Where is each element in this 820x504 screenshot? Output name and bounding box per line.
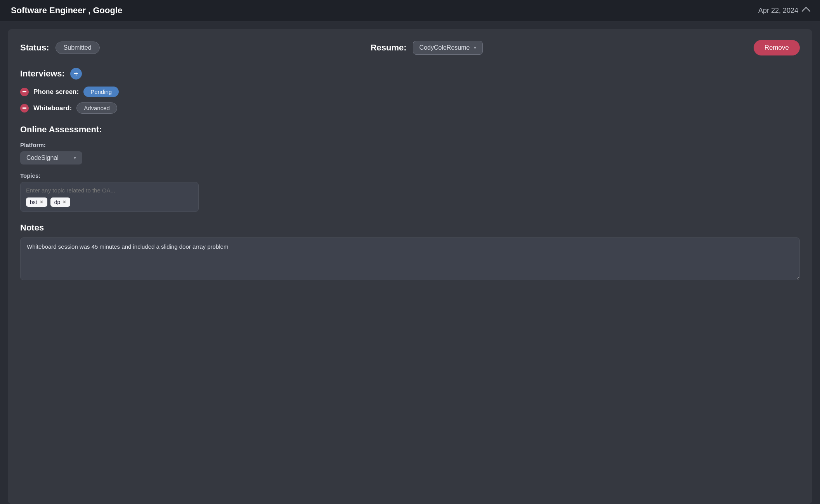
- resume-label: Resume:: [371, 43, 407, 53]
- interviews-section: Interviews: + Phone screen: Pending Whit…: [20, 68, 800, 114]
- add-interview-button[interactable]: +: [70, 68, 82, 80]
- platform-selected: CodeSignal: [26, 154, 59, 161]
- notes-textarea[interactable]: [20, 237, 800, 280]
- resume-dropdown[interactable]: CodyColeResume ▾: [413, 41, 483, 55]
- interview-item-phone: Phone screen: Pending: [20, 87, 800, 97]
- interview-phone-label: Phone screen:: [33, 88, 79, 96]
- resume-section: Resume: CodyColeResume ▾: [371, 41, 483, 55]
- chevron-up-icon[interactable]: [802, 7, 811, 16]
- app-title: Software Engineer , Google: [11, 5, 122, 16]
- notes-section: Notes: [20, 223, 800, 282]
- platform-dropdown[interactable]: CodeSignal ▾: [20, 151, 82, 165]
- platform-chevron-icon: ▾: [74, 155, 76, 161]
- status-group: Status: Submitted: [20, 42, 100, 54]
- remove-button[interactable]: Remove: [754, 40, 800, 55]
- oa-title: Online Assessment:: [20, 125, 800, 135]
- phone-screen-status-badge[interactable]: Pending: [83, 87, 119, 97]
- platform-field-label: Platform:: [20, 142, 800, 148]
- resume-chevron-icon: ▾: [474, 45, 476, 50]
- header-date: Apr 22, 2024: [758, 7, 798, 15]
- status-label: Status:: [20, 43, 49, 53]
- whiteboard-status-badge[interactable]: Advanced: [76, 102, 117, 114]
- app-header: Software Engineer , Google Apr 22, 2024: [0, 0, 820, 21]
- remove-whiteboard-icon[interactable]: [20, 104, 29, 113]
- interviews-title-row: Interviews: +: [20, 68, 800, 80]
- interviews-title: Interviews:: [20, 69, 65, 79]
- top-row: Status: Submitted Resume: CodyColeResume…: [20, 40, 800, 55]
- main-panel: Status: Submitted Resume: CodyColeResume…: [8, 29, 812, 504]
- topic-tag-dp-value: dp: [54, 199, 61, 205]
- topic-tag-dp: dp ✕: [50, 197, 71, 207]
- notes-title: Notes: [20, 223, 800, 233]
- remove-phone-screen-icon[interactable]: [20, 88, 29, 96]
- interview-whiteboard-label: Whiteboard:: [33, 104, 72, 112]
- interview-item-whiteboard: Whiteboard: Advanced: [20, 102, 800, 114]
- topics-field-label: Topics:: [20, 172, 800, 179]
- remove-bst-tag-icon[interactable]: ✕: [40, 199, 43, 205]
- topic-tag-bst: bst ✕: [26, 197, 47, 207]
- topics-tags: bst ✕ dp ✕: [26, 197, 193, 207]
- resume-selected: CodyColeResume: [420, 44, 470, 51]
- remove-dp-tag-icon[interactable]: ✕: [62, 199, 66, 205]
- topics-area: bst ✕ dp ✕: [20, 182, 199, 212]
- status-badge[interactable]: Submitted: [55, 42, 100, 54]
- header-right: Apr 22, 2024: [758, 7, 809, 15]
- oa-section: Online Assessment: Platform: CodeSignal …: [20, 125, 800, 212]
- topics-input[interactable]: [26, 187, 193, 194]
- topic-tag-bst-value: bst: [30, 199, 37, 205]
